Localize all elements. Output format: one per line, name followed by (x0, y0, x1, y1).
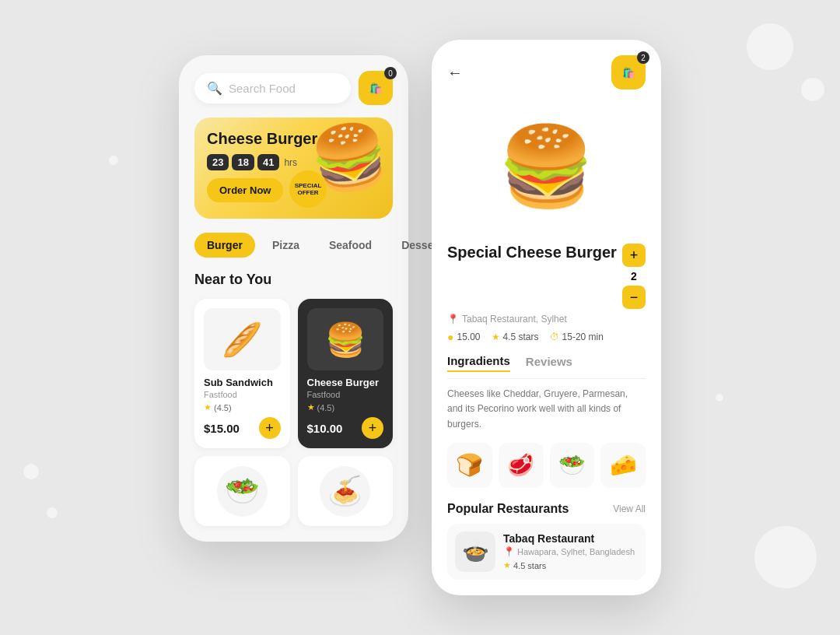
bg-circle-1 (747, 23, 793, 70)
pin-icon: 📍 (447, 314, 459, 325)
hero-banner: Cheese Burger 23 18 41 hrs Order Now SPE… (194, 118, 393, 219)
detail-meta: ● 15.00 ★ 4.5 stars ⏱ 15-20 min (447, 331, 646, 343)
qty-plus-button[interactable]: + (622, 244, 646, 267)
search-input-wrap[interactable]: 🔍 Search Food (194, 73, 351, 103)
qty-minus-button[interactable]: − (622, 286, 646, 309)
price-dot: ● (447, 331, 453, 343)
category-tabs: Burger Pizza Seafood Dessert (194, 233, 393, 258)
bg-circle-3 (23, 464, 39, 479)
restaurant-pin-icon: 📍 (503, 546, 515, 557)
food-card-cheese-burger[interactable]: 🍔 Cheese Burger Fastfood ★ (4.5) $10.00 … (298, 299, 394, 448)
timer-hours: 23 (207, 154, 229, 170)
detail-description: Cheeses like Cheddar, Gruyere, Parmesan,… (447, 387, 646, 432)
tab-reviews[interactable]: Reviews (526, 354, 572, 372)
cart-icon: 🛍️ (369, 82, 383, 94)
tab-ingredients[interactable]: Ingradients (447, 354, 510, 372)
cart-button[interactable]: 🛍️ 0 (359, 71, 393, 105)
food-image-sub-sandwich: 🥖 (204, 308, 281, 370)
view-all-link[interactable]: View All (613, 503, 646, 514)
restaurant-location: 📍 Hawapara, Sylhet, Bangladesh (503, 546, 635, 557)
bg-circle-4 (47, 507, 58, 518)
bg-circle-6 (109, 156, 118, 165)
ingredient-2: 🥩 (499, 443, 544, 488)
cart-button-2[interactable]: 🛍️ 2 (611, 55, 646, 89)
timer-minutes: 18 (232, 154, 254, 170)
add-button-1[interactable]: + (259, 417, 281, 439)
restaurant-card[interactable]: 🍲 Tabaq Restaurant 📍 Hawapara, Sylhet, B… (447, 524, 646, 580)
food-cat-2: Fastfood (307, 390, 384, 399)
hero-burger-image: 🍔 (306, 118, 393, 201)
food-grid: 🥖 Sub Sandwich Fastfood ★ (4.5) $15.00 +… (194, 299, 393, 526)
food-card-sub-sandwich[interactable]: 🥖 Sub Sandwich Fastfood ★ (4.5) $15.00 + (194, 299, 290, 448)
ingredient-1: 🍞 (447, 443, 492, 488)
phone2-header: ← 🛍️ 2 (447, 55, 646, 89)
restaurant-name: Tabaq Restaurant, Sylhet (462, 314, 567, 325)
search-placeholder: Search Food (229, 82, 296, 95)
timer-seconds: 41 (257, 154, 279, 170)
popular-title: Popular Restaurants (447, 502, 569, 516)
rating-val-2: (4.5) (317, 403, 335, 412)
phones-container: 🔍 Search Food 🛍️ 0 Cheese Burger 23 18 4… (179, 40, 661, 595)
restaurant-rating: ★ 4.5 stars (503, 560, 635, 570)
food-name-2: Cheese Burger (307, 377, 384, 388)
bg-circle-5 (754, 526, 817, 588)
food-rating-2: ★ (4.5) (307, 402, 384, 412)
food-image-round-2: 🍝 (320, 466, 370, 517)
ingredient-4: 🧀 (600, 443, 646, 488)
cart-badge: 0 (384, 67, 397, 79)
star-icon-1: ★ (204, 402, 212, 412)
restaurant-info: Tabaq Restaurant 📍 Hawapara, Sylhet, Ban… (503, 532, 635, 570)
restaurant-image: 🍲 (455, 532, 495, 572)
food-card-bottom-1[interactable]: 🥗 (194, 456, 290, 526)
food-cat-1: Fastfood (204, 390, 281, 399)
delivery-meta: ⏱ 15-20 min (550, 332, 604, 342)
cart-icon-2: 🛍️ (622, 67, 635, 79)
back-button[interactable]: ← (447, 64, 463, 82)
rating-star: ★ (492, 332, 500, 342)
bg-circle-7 (716, 394, 723, 402)
food-name-1: Sub Sandwich (204, 377, 281, 388)
star-icon-2: ★ (307, 402, 315, 412)
food-price-1: $15.00 (204, 422, 240, 435)
restaurant-location-text: Hawapara, Sylhet, Bangladesh (517, 547, 635, 556)
detail-title-row: Special Cheese Burger + 2 − (447, 244, 646, 309)
rating-val-1: (4.5) (214, 403, 232, 412)
order-now-button[interactable]: Order Now (207, 178, 283, 202)
food-card-bottom-2[interactable]: 🍝 (298, 456, 394, 526)
timer-label: hrs (284, 157, 297, 168)
restaurant-star: ★ (503, 560, 511, 570)
detail-price: 15.00 (457, 332, 480, 342)
detail-rating: 4.5 stars (503, 332, 539, 342)
tab-burger[interactable]: Burger (194, 233, 255, 258)
ingredient-3: 🥗 (550, 443, 595, 488)
search-icon: 🔍 (207, 81, 222, 96)
tab-seafood[interactable]: Seafood (317, 233, 384, 258)
section-title: Near to You (194, 272, 393, 288)
clock-icon: ⏱ (550, 332, 559, 342)
badge-line2: OFFER (297, 189, 318, 197)
detail-title: Special Cheese Burger (447, 244, 617, 261)
price-meta: ● 15.00 (447, 331, 481, 343)
food-price-row-2: $10.00 + (307, 417, 384, 439)
tab-pizza[interactable]: Pizza (260, 233, 312, 258)
phone1: 🔍 Search Food 🛍️ 0 Cheese Burger 23 18 4… (179, 55, 408, 542)
add-button-2[interactable]: + (362, 417, 383, 439)
food-image-cheese-burger: 🍔 (307, 308, 384, 370)
restaurant-rating-text: 4.5 stars (513, 561, 546, 570)
phone2: ← 🛍️ 2 🍔 Special Cheese Burger + 2 − 📍 T… (432, 40, 661, 595)
food-rating-1: ★ (4.5) (204, 402, 281, 412)
qty-number: 2 (631, 270, 637, 282)
rating-meta: ★ 4.5 stars (492, 332, 539, 342)
food-price-row-1: $15.00 + (204, 417, 281, 439)
cart-badge-2: 2 (637, 51, 649, 64)
delivery-time: 15-20 min (562, 332, 604, 342)
restaurant-name: Tabaq Restaurant (503, 532, 635, 545)
search-bar: 🔍 Search Food 🛍️ 0 (194, 71, 393, 105)
detail-tabs: Ingradients Reviews (447, 354, 646, 379)
qty-controls: + 2 − (622, 244, 646, 309)
food-price-2: $10.00 (307, 422, 343, 435)
ingredients-row: 🍞 🥩 🥗 🧀 (447, 443, 646, 488)
bg-circle-2 (801, 78, 824, 101)
detail-location: 📍 Tabaq Restaurant, Sylhet (447, 314, 646, 325)
detail-burger-image: 🍔 (447, 100, 646, 233)
